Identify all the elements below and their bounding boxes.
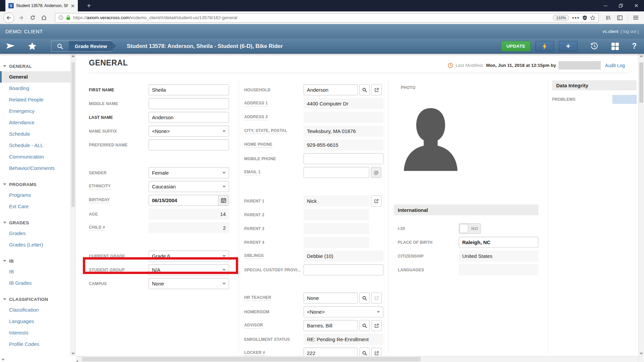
scroll-up-arrow[interactable] — [639, 56, 644, 58]
window-minimize-button[interactable] — [598, 0, 613, 11]
special-custody-input[interactable] — [304, 264, 383, 275]
parent-1-open-link-icon[interactable] — [371, 195, 381, 207]
advisor-search-icon[interactable] — [359, 320, 370, 331]
sidebar-scrollbar[interactable] — [70, 54, 76, 356]
workspace-tab[interactable]: Grade Review — [69, 41, 111, 51]
sidebar-item-boarding[interactable]: Boarding — [0, 83, 70, 94]
scroll-left-arrow[interactable] — [77, 358, 79, 362]
sidebar-item-ib-grades[interactable]: IB Grades — [0, 277, 70, 289]
sidebar-section-general[interactable]: GENERAL — [0, 61, 70, 71]
birthday-input[interactable] — [149, 195, 218, 206]
scroll-down-arrow[interactable] — [639, 352, 644, 354]
update-button[interactable]: UPDATE — [501, 41, 531, 51]
household-open-link-icon[interactable] — [371, 84, 382, 95]
workspaces-grid-icon[interactable] — [611, 42, 619, 50]
actions-lightning-button[interactable] — [535, 41, 554, 51]
sidebar-item-general[interactable]: General — [0, 71, 70, 83]
i20-toggle[interactable]: NO — [459, 223, 481, 234]
history-icon[interactable] — [590, 43, 598, 50]
address-2-value — [304, 112, 383, 123]
scrollbar-thumb[interactable] — [639, 62, 643, 103]
sidebar-item-behavior-comments[interactable]: Behavior/Comments — [0, 163, 70, 174]
new-tab-button[interactable]: + — [83, 0, 95, 11]
preferred-name-input[interactable] — [149, 139, 229, 150]
sidebar-item-communication[interactable]: Communication — [0, 151, 70, 163]
quick-jump-rocket-icon[interactable] — [4, 39, 17, 54]
name-suffix-select[interactable]: <None> — [149, 126, 229, 137]
page-actions-icon[interactable]: ●●● — [572, 16, 580, 19]
window-close-button[interactable]: ✕ — [629, 0, 644, 11]
sidebar-section-ib[interactable]: IB — [0, 256, 70, 266]
hr-teacher-open-link-icon[interactable] — [371, 292, 382, 304]
sidebar-section-classification[interactable]: CLASSIFICATION — [0, 294, 70, 304]
student-group-select[interactable]: N/A — [149, 264, 229, 275]
gender-select[interactable]: Female — [149, 167, 229, 178]
browser-tab[interactable]: V Student 13578: Anderson, Sheila ✕ — [5, 0, 78, 11]
sidebar-item-profile-codes[interactable]: Profile Codes — [0, 338, 70, 350]
campus-select[interactable]: None — [149, 278, 229, 289]
sidebar-item-attendance[interactable]: Attendance — [0, 117, 70, 128]
sidebar-item-grades-letter[interactable]: Grades (Letter) — [0, 239, 70, 251]
sidebar-item-emergency[interactable]: Emergency — [0, 105, 70, 117]
audit-log-link[interactable]: Audit Log — [605, 63, 625, 68]
zoom-level-badge[interactable]: 133% — [553, 15, 569, 21]
bookmark-star-icon[interactable] — [590, 15, 595, 20]
sidebar-item-ib[interactable]: IB — [0, 266, 70, 277]
last-name-input[interactable] — [149, 112, 229, 123]
main-scrollbar[interactable] — [638, 54, 644, 362]
sidebar-item-related-people[interactable]: Related People — [0, 94, 70, 105]
first-name-input[interactable] — [149, 84, 229, 95]
hr-teacher-search-icon[interactable] — [359, 292, 370, 304]
advisor-open-link-icon[interactable] — [371, 320, 382, 331]
household-search-icon[interactable] — [359, 84, 370, 95]
logout-link[interactable]: [ log out ] — [621, 29, 639, 34]
favorites-star-icon[interactable] — [25, 39, 39, 54]
tab-close-icon[interactable]: ✕ — [70, 3, 75, 8]
add-record-button[interactable]: + — [559, 41, 578, 51]
library-icon[interactable] — [603, 13, 613, 23]
middle-name-input[interactable] — [149, 98, 229, 109]
advisor-input[interactable] — [304, 320, 358, 331]
sidebar-item-schedule[interactable]: Schedule — [0, 128, 70, 140]
sidebar-item-interests[interactable]: Interests — [0, 327, 70, 338]
sidebar-toggle-icon[interactable] — [615, 13, 625, 23]
parent-2-value — [304, 209, 369, 220]
email-1-input[interactable] — [304, 167, 369, 178]
mobile-phone-input[interactable] — [304, 153, 383, 164]
url-bar[interactable]: https://axiom.veracross.com/vcdemo_clien… — [55, 13, 599, 22]
help-icon[interactable]: ? — [632, 42, 637, 51]
current-grade-select[interactable]: Grade 6 — [149, 251, 229, 262]
refresh-button[interactable] — [28, 13, 38, 23]
sidebar-section-grades[interactable]: GRADES — [0, 218, 70, 228]
sidebar-item-grades[interactable]: Grades — [0, 228, 70, 239]
sidebar-item-ext-care[interactable]: Ext Care — [0, 201, 70, 212]
search-icon[interactable] — [51, 41, 69, 51]
sidebar-item-schedule-all[interactable]: Schedule - ALL — [0, 140, 70, 151]
at-icon[interactable]: @ — [371, 167, 381, 178]
calendar-icon[interactable] — [218, 195, 229, 206]
sidebar-section-programs[interactable]: PROGRAMS — [0, 179, 70, 189]
scroll-up-arrow[interactable] — [71, 56, 75, 58]
horizontal-scrollbar[interactable] — [76, 356, 638, 362]
ssl-lock-icon[interactable] — [66, 15, 70, 20]
ethnicity-select[interactable]: Caucasian — [149, 181, 229, 192]
homeroom-select[interactable]: <None> — [304, 306, 383, 317]
scrollbar-thumb[interactable] — [82, 357, 421, 361]
tracking-shield-icon[interactable] — [582, 15, 587, 20]
sidebar-item-languages[interactable]: Languages — [0, 316, 70, 327]
home-button[interactable] — [39, 13, 49, 23]
household-input[interactable] — [304, 84, 358, 95]
sidebar-item-programs[interactable]: Programs — [0, 189, 70, 201]
scroll-down-arrow[interactable] — [71, 352, 75, 354]
sidebar-item-classification[interactable]: Classification — [0, 304, 70, 316]
menu-hamburger-icon[interactable] — [631, 13, 641, 23]
back-button[interactable] — [3, 12, 14, 23]
forward-button[interactable] — [16, 13, 26, 23]
last-modified-label: Last Modified: — [455, 63, 484, 68]
sidebar-scroll-down[interactable] — [0, 356, 70, 362]
page-info-icon[interactable] — [58, 15, 63, 20]
window-restore-button[interactable] — [613, 0, 629, 11]
hr-teacher-input[interactable] — [304, 292, 358, 304]
place-of-birth-input[interactable] — [459, 237, 538, 248]
scrollbar-thumb[interactable] — [71, 62, 75, 207]
